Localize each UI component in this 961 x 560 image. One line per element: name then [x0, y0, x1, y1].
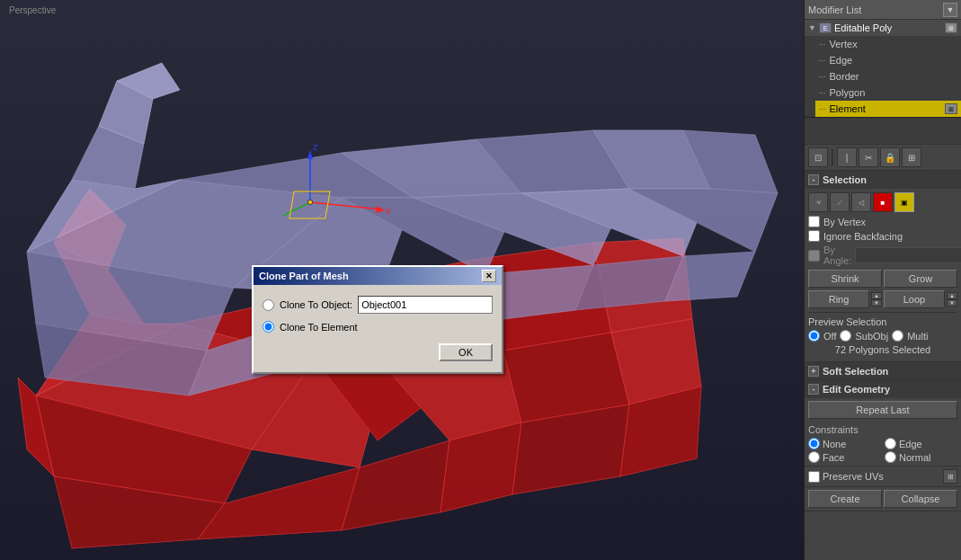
shrink-grow-row: Shrink Grow: [808, 270, 957, 288]
ring-button[interactable]: Ring: [808, 290, 869, 308]
soft-selection-section[interactable]: + Soft Selection: [805, 362, 961, 380]
tree-item-editable-poly[interactable]: ▼ E Editable Poly ⊞: [805, 20, 961, 36]
selection-header[interactable]: - Selection: [805, 171, 961, 189]
preview-subobj-label: SubObj: [855, 331, 888, 342]
preserve-uvs-settings-btn[interactable]: ⊞: [943, 469, 957, 484]
clone-dialog: Clone Part of Mesh ✕ Clone To Object: Cl…: [252, 265, 503, 374]
element-selection-icon[interactable]: ▣: [894, 192, 914, 212]
constraint-none: None: [808, 438, 881, 449]
clone-to-object-label: Clone To Object:: [280, 299, 352, 310]
soft-selection-title: Soft Selection: [823, 366, 888, 377]
loop-spinners: ▲ ▼: [947, 292, 957, 307]
loop-up-btn[interactable]: ▲: [947, 292, 957, 299]
clone-to-element-row: Clone To Element: [262, 321, 493, 333]
repeat-last-button[interactable]: Repeat Last: [808, 401, 957, 419]
preserve-uvs-left: Preserve UVs: [808, 471, 884, 483]
vertex-selection-icon[interactable]: ·V: [808, 192, 828, 212]
ring-spinners: ▲ ▼: [871, 292, 882, 307]
loop-down-btn[interactable]: ▼: [947, 299, 957, 307]
ignore-backfacing-checkbox[interactable]: [808, 230, 820, 242]
border-selection-icon[interactable]: ◁: [851, 192, 871, 212]
object-name-input[interactable]: [358, 296, 493, 314]
create-collapse-row: Create Collapse: [805, 487, 961, 511]
create-button[interactable]: Create: [808, 490, 882, 508]
constraint-normal-label: Normal: [899, 452, 930, 463]
preserve-uvs-row: Preserve UVs ⊞: [805, 467, 961, 487]
edit-geometry-title: Edit Geometry: [823, 384, 890, 395]
loop-button[interactable]: Loop: [884, 290, 945, 308]
by-vertex-row: By Vertex: [808, 216, 957, 227]
modifier-tree: ▼ E Editable Poly ⊞ ··· Vertex ··· Edge …: [805, 20, 961, 118]
constraint-face: Face: [808, 451, 881, 463]
lock-icon[interactable]: 🔒: [880, 147, 900, 167]
ignore-backfacing-label: Ignore Backfacing: [823, 231, 903, 242]
polygon-selection-icon[interactable]: ■: [873, 192, 893, 212]
dialog-content: Clone To Object: Clone To Element OK: [254, 285, 502, 372]
preview-off-radio[interactable]: [808, 330, 820, 342]
preview-selection-title: Preview Selection: [808, 316, 957, 327]
tree-dots-element: ···: [819, 104, 826, 113]
constraint-normal-radio[interactable]: [885, 451, 896, 463]
tree-label-border: Border: [830, 71, 859, 82]
grid-icon[interactable]: ⊞: [902, 147, 921, 167]
preview-selection-section: Preview Selection Off SubObj Multi: [808, 312, 957, 342]
edge-selection-icon[interactable]: ⟋: [830, 192, 850, 212]
tree-label-edge: Edge: [830, 55, 853, 66]
collapse-button[interactable]: Collapse: [884, 490, 957, 508]
modifier-list-dropdown[interactable]: ▼: [943, 3, 957, 17]
selection-toggle[interactable]: -: [808, 174, 819, 185]
modifier-list-header: Modifier List ▼: [805, 0, 961, 20]
constraint-none-radio[interactable]: [808, 438, 820, 449]
by-angle-row: By Angle: ▲ ▼: [808, 244, 957, 266]
ignore-backfacing-row: Ignore Backfacing: [808, 230, 957, 242]
ring-down-btn[interactable]: ▼: [871, 299, 882, 307]
tree-item-border[interactable]: ··· Border: [815, 68, 961, 84]
tree-dots-edge: ···: [819, 56, 826, 65]
preserve-uvs-label: Preserve UVs: [823, 471, 884, 482]
constraint-face-radio[interactable]: [808, 451, 820, 463]
selection-body: ·V ⟋ ◁ ■ ▣ By Vertex: [805, 189, 961, 361]
by-vertex-label: By Vertex: [823, 217, 866, 227]
ring-up-btn[interactable]: ▲: [871, 292, 882, 299]
by-angle-checkbox[interactable]: [808, 250, 820, 262]
preserve-uvs-checkbox[interactable]: [808, 471, 820, 483]
viewport[interactable]: Z X Perspective Clone Part of Mesh ✕: [0, 0, 804, 560]
dialog-close-button[interactable]: ✕: [482, 270, 496, 282]
by-vertex-checkbox[interactable]: [808, 216, 820, 227]
cut-icon[interactable]: ✂: [859, 147, 878, 167]
tree-dots-polygon: ···: [819, 88, 826, 97]
soft-selection-toggle[interactable]: +: [808, 366, 819, 377]
edit-geometry-toggle[interactable]: -: [808, 384, 819, 395]
edit-geometry-header[interactable]: - Edit Geometry: [805, 380, 961, 398]
tree-label-polygon: Polygon: [830, 87, 866, 98]
constraint-edge-radio[interactable]: [885, 438, 896, 449]
main-container: Z X Perspective Clone Part of Mesh ✕: [0, 0, 961, 560]
svg-text:X: X: [386, 207, 391, 216]
editable-poly-settings-icon[interactable]: ⊞: [945, 22, 957, 33]
ok-button[interactable]: OK: [439, 343, 493, 361]
by-angle-input[interactable]: [855, 247, 961, 263]
element-settings-icon[interactable]: ⊞: [945, 103, 957, 114]
tree-item-element[interactable]: ··· Element ⊞: [815, 101, 961, 117]
pin-icon[interactable]: ⊡: [808, 147, 828, 167]
preview-off-label: Off: [823, 331, 836, 342]
svg-text:Z: Z: [313, 143, 318, 152]
tree-item-edge[interactable]: ··· Edge: [815, 52, 961, 68]
clone-to-element-radio[interactable]: [262, 321, 274, 333]
clone-to-object-radio[interactable]: [262, 299, 274, 311]
preview-subobj-radio[interactable]: [840, 330, 851, 342]
dialog-buttons: OK: [262, 340, 493, 363]
constraint-edge-label: Edge: [899, 439, 922, 449]
constraint-edge: Edge: [885, 438, 957, 449]
tree-dots-border: ···: [819, 72, 826, 81]
tree-label-element: Element: [830, 103, 866, 114]
shrink-button[interactable]: Shrink: [808, 270, 882, 288]
configure-icon[interactable]: |: [837, 147, 857, 167]
tree-expand-icon: ▼: [808, 23, 819, 32]
tree-item-polygon[interactable]: ··· Polygon: [815, 84, 961, 101]
tree-item-vertex[interactable]: ··· Vertex: [815, 36, 961, 52]
constraints-section: Constraints None Edge Face: [805, 422, 961, 467]
grow-button[interactable]: Grow: [884, 270, 957, 288]
preview-multi-radio[interactable]: [892, 330, 903, 342]
constraint-normal: Normal: [885, 451, 957, 463]
